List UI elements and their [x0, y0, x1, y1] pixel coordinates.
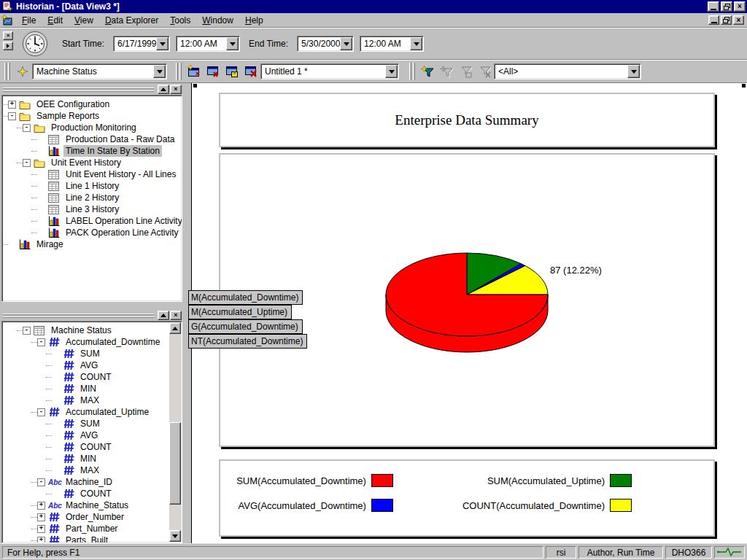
menu-file[interactable]: File — [16, 14, 42, 27]
menu-help[interactable]: Help — [239, 14, 269, 27]
field-tree-item[interactable]: MIN — [2, 453, 182, 464]
save-data-view-button[interactable] — [222, 62, 241, 81]
report-tree-item[interactable]: PACK Operation Line Activity — [2, 227, 182, 238]
report-tree-item[interactable]: LABEL Operation Line Activity — [2, 215, 182, 227]
field-tree-item[interactable]: +AbcMachine_Status — [2, 499, 182, 511]
expand-icon[interactable]: + — [37, 537, 45, 544]
field-tree-item[interactable]: MAX — [2, 394, 182, 406]
chevron-down-icon[interactable] — [156, 37, 169, 50]
tree-label: Time In State By Station — [63, 145, 162, 157]
expand-icon[interactable]: + — [37, 513, 45, 521]
toolbar-grip[interactable] — [176, 63, 182, 80]
collapse-icon[interactable]: - — [8, 112, 16, 120]
toolbar-grip[interactable] — [4, 63, 10, 80]
toolbar-expand-button[interactable] — [3, 42, 13, 50]
restore-button[interactable] — [721, 1, 732, 12]
field-tree-item[interactable]: +Parts_Built — [2, 534, 182, 543]
chevron-down-icon[interactable] — [340, 37, 352, 50]
field-tree-item[interactable]: -AbcMachine_ID — [2, 476, 182, 488]
panel-grip[interactable] — [3, 314, 154, 318]
report-tree-item[interactable]: -Production Monitoring — [2, 122, 182, 133]
vertical-scrollbar[interactable] — [169, 322, 181, 542]
child-restore-button[interactable] — [721, 15, 732, 25]
collapse-icon[interactable]: - — [37, 408, 45, 416]
panel-grip[interactable] — [3, 88, 154, 92]
report-tree-item[interactable]: Unit Event History - All Lines — [2, 168, 182, 180]
field-tree-item[interactable]: MAX — [2, 464, 182, 476]
report-tree-item[interactable]: Line 2 History — [2, 192, 182, 203]
report-tree-item[interactable]: Mirage — [2, 238, 182, 250]
panel-maximize-button[interactable] — [158, 85, 169, 94]
chevron-down-icon[interactable] — [226, 37, 239, 50]
start-date-combo[interactable]: 6/17/1999 — [113, 36, 170, 52]
data-view-combo[interactable]: Untitled 1 * — [260, 63, 399, 79]
menu-tools[interactable]: Tools — [164, 14, 196, 27]
field-tree-item[interactable]: COUNT — [2, 488, 182, 499]
save-filter-button[interactable] — [456, 62, 475, 81]
new-filter-button[interactable] — [418, 62, 437, 81]
field-tree-item[interactable]: +Order_Number — [2, 511, 182, 523]
chevron-down-icon[interactable] — [153, 65, 166, 78]
expand-icon[interactable]: + — [37, 525, 45, 533]
report-tree-item[interactable]: Line 1 History — [2, 180, 182, 192]
scrollbar-thumb[interactable] — [169, 422, 181, 505]
new-data-view-button[interactable] — [185, 62, 204, 81]
machine-status-combo[interactable]: Machine Status — [32, 63, 167, 79]
scroll-down-button[interactable] — [169, 530, 181, 542]
collapse-icon[interactable]: - — [37, 338, 45, 346]
chevron-down-icon[interactable] — [385, 65, 398, 78]
menu-edit[interactable]: Edit — [42, 14, 69, 27]
menu-view[interactable]: View — [69, 14, 99, 27]
field-tree-item[interactable]: AVG — [2, 359, 182, 371]
report-tree-item[interactable]: Line 3 History — [2, 203, 182, 215]
delete-data-view-button[interactable] — [241, 62, 260, 81]
field-tree-item[interactable]: -Accumulated_Uptime — [2, 406, 182, 418]
field-tree-item[interactable]: COUNT — [2, 441, 182, 453]
report-tree-item[interactable]: -Sample Reports — [2, 110, 182, 122]
panel-close-button[interactable]: × — [170, 311, 182, 320]
end-time-combo[interactable]: 12:00 AM — [360, 36, 424, 52]
start-time-combo[interactable]: 12:00 AM — [176, 36, 240, 52]
delete-filter-button[interactable] — [475, 62, 494, 81]
end-date-combo[interactable]: 5/30/2000 — [297, 36, 354, 52]
menu-data-explorer[interactable]: Data Explorer — [99, 14, 164, 27]
field-tree-item[interactable]: SUM — [2, 418, 182, 429]
report-tree-item[interactable]: +OEE Configuration — [2, 98, 182, 110]
field-tree-item[interactable]: SUM — [2, 348, 182, 359]
panel-header[interactable]: × — [1, 311, 182, 321]
toolbar-close-button[interactable]: × — [3, 31, 13, 40]
field-tree-item[interactable]: +Part_Number — [2, 523, 182, 534]
report-tree-item[interactable]: Time In State By Station — [2, 145, 182, 157]
rename-data-view-button[interactable] — [204, 62, 222, 81]
panel-close-button[interactable]: × — [170, 85, 182, 94]
child-minimize-button[interactable] — [708, 15, 719, 25]
field-tree-item[interactable]: -Machine Status — [2, 324, 182, 336]
field-tree-item[interactable]: MIN — [2, 383, 182, 394]
minimize-button[interactable] — [708, 1, 719, 12]
new-item-button[interactable] — [13, 62, 32, 81]
report-tree-item[interactable]: -Unit Event History — [2, 157, 182, 168]
close-button[interactable]: × — [734, 1, 746, 12]
menu-window[interactable]: Window — [196, 14, 239, 27]
expand-icon[interactable]: + — [37, 502, 45, 510]
report-tree-item[interactable]: Production Data - Raw Data — [2, 133, 182, 145]
chevron-down-icon[interactable] — [410, 37, 422, 50]
collapse-icon[interactable]: - — [37, 478, 45, 486]
collapse-icon[interactable]: - — [23, 327, 31, 335]
panel-maximize-button[interactable] — [158, 311, 169, 320]
field-tree-item[interactable]: AVG — [2, 429, 182, 441]
collapse-icon[interactable]: - — [23, 124, 31, 132]
scrollbar-track[interactable] — [169, 334, 181, 530]
expand-icon[interactable]: + — [8, 101, 16, 109]
child-close-button[interactable]: × — [733, 15, 744, 25]
edit-filter-button[interactable] — [437, 62, 456, 81]
toolbar-grip[interactable] — [409, 63, 415, 80]
data-view-document-icon[interactable] — [1, 15, 13, 26]
field-tree-item[interactable]: COUNT — [2, 371, 182, 383]
filter-combo[interactable]: <All> — [494, 63, 641, 79]
chevron-down-icon[interactable] — [627, 65, 640, 78]
collapse-icon[interactable]: - — [23, 159, 31, 167]
scroll-up-button[interactable] — [169, 322, 181, 334]
panel-header[interactable]: × — [1, 85, 182, 95]
field-tree-item[interactable]: -Accumulated_Downtime — [2, 336, 182, 348]
